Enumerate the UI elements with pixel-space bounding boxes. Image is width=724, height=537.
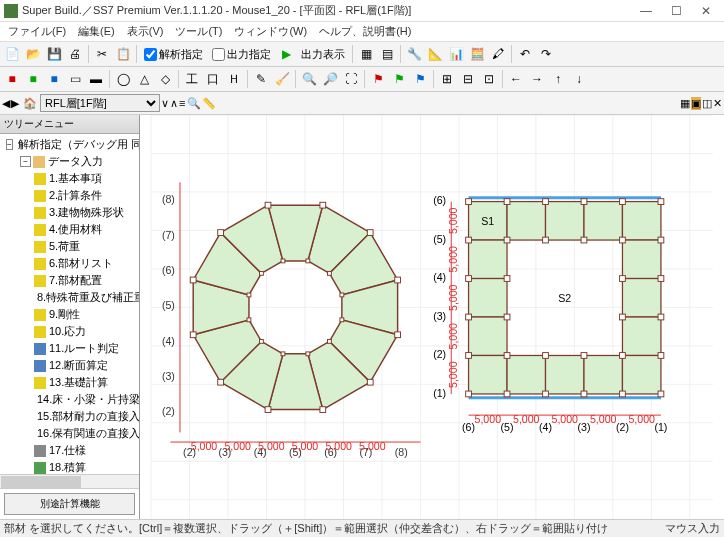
tree-item[interactable]: 5.荷重 bbox=[2, 238, 137, 255]
edit-erase-icon[interactable]: 🧹 bbox=[272, 69, 292, 89]
extra-calc-button[interactable]: 別途計算機能 bbox=[4, 493, 135, 515]
menu-window[interactable]: ウィンドウ(W) bbox=[228, 22, 313, 41]
tool-e-icon[interactable]: 🖍 bbox=[488, 44, 508, 64]
section-b-icon[interactable]: 口 bbox=[203, 69, 223, 89]
tree-item[interactable]: 16.保有関連の直接入力 bbox=[2, 425, 137, 442]
window-close-icon[interactable]: ✕ bbox=[713, 97, 722, 110]
undo-icon[interactable]: ↶ bbox=[515, 44, 535, 64]
new-icon[interactable]: 📄 bbox=[2, 44, 22, 64]
arrow-down-icon[interactable]: ↓ bbox=[569, 69, 589, 89]
menu-view[interactable]: 表示(V) bbox=[121, 22, 170, 41]
layer-icon[interactable]: ▤ bbox=[377, 44, 397, 64]
view-d-icon[interactable]: ▭ bbox=[65, 69, 85, 89]
print-icon[interactable]: 🖨 bbox=[65, 44, 85, 64]
analysis-spec-toggle[interactable]: 解析指定 bbox=[140, 47, 207, 62]
sidebar-scroll-h[interactable] bbox=[0, 474, 139, 488]
view-c-icon[interactable]: ■ bbox=[44, 69, 64, 89]
view-a-icon[interactable]: ■ bbox=[2, 69, 22, 89]
grid-icon[interactable]: ▦ bbox=[356, 44, 376, 64]
filter-a-icon[interactable]: ∨ bbox=[161, 97, 169, 110]
tool-a-icon[interactable]: 🔧 bbox=[404, 44, 424, 64]
tree-item[interactable]: 7.部材配置 bbox=[2, 272, 137, 289]
window-split-icon[interactable]: ◫ bbox=[702, 97, 712, 110]
zoom-out-icon[interactable]: 🔎 bbox=[320, 69, 340, 89]
tool-b-icon[interactable]: 📐 bbox=[425, 44, 445, 64]
tree-item[interactable]: 9.剛性 bbox=[2, 306, 137, 323]
floor-dropdown[interactable]: 🏠 RFL層[1F階] bbox=[20, 94, 160, 112]
floor-select[interactable]: RFL層[1F階] bbox=[40, 94, 160, 112]
window-tile-icon[interactable]: ▦ bbox=[680, 97, 690, 110]
section-a-icon[interactable]: 工 bbox=[182, 69, 202, 89]
filter-b-icon[interactable]: ∧ bbox=[170, 97, 178, 110]
arrow-left-icon[interactable]: ← bbox=[506, 69, 526, 89]
shape-b-icon[interactable]: △ bbox=[134, 69, 154, 89]
output-spec-toggle[interactable]: 出力指定 bbox=[208, 47, 275, 62]
view-b-icon[interactable]: ■ bbox=[23, 69, 43, 89]
copy-icon[interactable]: 📋 bbox=[113, 44, 133, 64]
output-show-toggle[interactable]: 出力表示 bbox=[297, 47, 349, 62]
misc-b-icon[interactable]: ⊟ bbox=[458, 69, 478, 89]
shape-c-icon[interactable]: ◇ bbox=[155, 69, 175, 89]
cut-icon[interactable]: ✂ bbox=[92, 44, 112, 64]
tree-item[interactable]: 8.特殊荷重及び補正重量 bbox=[2, 289, 137, 306]
view-e-icon[interactable]: ▬ bbox=[86, 69, 106, 89]
menu-edit[interactable]: 編集(E) bbox=[72, 22, 121, 41]
play-icon[interactable]: ▶ bbox=[276, 44, 296, 64]
tree-group-data[interactable]: −データ入力 bbox=[2, 153, 137, 170]
bullet-icon bbox=[34, 360, 46, 372]
drawing-canvas[interactable]: (2)(3)(4)(5)(6)(7)(8)(2)(3)(4)(5)(6)(7)(… bbox=[140, 115, 724, 519]
svg-text:(2): (2) bbox=[162, 405, 175, 417]
open-icon[interactable]: 📂 bbox=[23, 44, 43, 64]
tree-item[interactable]: 13.基礎計算 bbox=[2, 374, 137, 391]
tree-item[interactable]: 17.仕様 bbox=[2, 442, 137, 459]
tree-item[interactable]: 11.ルート判定 bbox=[2, 340, 137, 357]
misc-a-icon[interactable]: ⊞ bbox=[437, 69, 457, 89]
minimize-button[interactable]: — bbox=[632, 2, 660, 20]
tree-view[interactable]: −解析指定（デバッグ用 同一プロセ −データ入力 1.基本事項2.計算条件3.建… bbox=[0, 134, 139, 474]
tree-item[interactable]: 15.部材耐力の直接入力 bbox=[2, 408, 137, 425]
redo-icon[interactable]: ↷ bbox=[536, 44, 556, 64]
svg-rect-94 bbox=[622, 240, 660, 278]
flag-green-icon[interactable]: ⚑ bbox=[389, 69, 409, 89]
tree-item[interactable]: 3.建物物殊形状 bbox=[2, 204, 137, 221]
save-icon[interactable]: 💾 bbox=[44, 44, 64, 64]
tree-item[interactable]: 1.基本事項 bbox=[2, 170, 137, 187]
shape-a-icon[interactable]: ◯ bbox=[113, 69, 133, 89]
menu-file[interactable]: ファイル(F) bbox=[2, 22, 72, 41]
edit-pen-icon[interactable]: ✎ bbox=[251, 69, 271, 89]
tool-c-icon[interactable]: 📊 bbox=[446, 44, 466, 64]
menu-help[interactable]: ヘルプ、説明書(H) bbox=[313, 22, 417, 41]
menubar: ファイル(F) 編集(E) 表示(V) ツール(T) ウィンドウ(W) ヘルプ、… bbox=[0, 22, 724, 42]
window-cascade-icon[interactable]: ▣ bbox=[691, 97, 701, 110]
tree-item[interactable]: 12.断面算定 bbox=[2, 357, 137, 374]
flag-blue-icon[interactable]: ⚑ bbox=[410, 69, 430, 89]
bullet-icon bbox=[34, 343, 46, 355]
back-icon[interactable]: ◀ bbox=[2, 97, 10, 110]
section-c-icon[interactable]: Ｈ bbox=[224, 69, 244, 89]
svg-text:5,000: 5,000 bbox=[447, 323, 459, 350]
ruler-icon[interactable]: 📏 bbox=[202, 97, 216, 110]
menu-tool[interactable]: ツール(T) bbox=[169, 22, 228, 41]
close-button[interactable]: ✕ bbox=[692, 2, 720, 20]
tree-item[interactable]: 18.積算 bbox=[2, 459, 137, 474]
tree-item[interactable]: 6.部材リスト bbox=[2, 255, 137, 272]
arrow-right-icon[interactable]: → bbox=[527, 69, 547, 89]
svg-rect-127 bbox=[658, 237, 664, 243]
tree-item[interactable]: 4.使用材料 bbox=[2, 221, 137, 238]
search-icon[interactable]: 🔍 bbox=[187, 97, 201, 110]
tree-root[interactable]: −解析指定（デバッグ用 同一プロセ bbox=[2, 136, 137, 153]
tree-item[interactable]: 14.床・小梁・片持梁 bbox=[2, 391, 137, 408]
tree-item[interactable]: 2.計算条件 bbox=[2, 187, 137, 204]
svg-text:5,000: 5,000 bbox=[447, 207, 459, 234]
flag-red-icon[interactable]: ⚑ bbox=[368, 69, 388, 89]
tool-d-icon[interactable]: 🧮 bbox=[467, 44, 487, 64]
svg-rect-118 bbox=[581, 353, 587, 359]
fit-icon[interactable]: ⛶ bbox=[341, 69, 361, 89]
tree-item[interactable]: 10.応力 bbox=[2, 323, 137, 340]
zoom-in-icon[interactable]: 🔍 bbox=[299, 69, 319, 89]
maximize-button[interactable]: ☐ bbox=[662, 2, 690, 20]
arrow-up-icon[interactable]: ↑ bbox=[548, 69, 568, 89]
filter-c-icon[interactable]: ≡ bbox=[179, 97, 185, 109]
fwd-icon[interactable]: ▶ bbox=[11, 97, 19, 110]
misc-c-icon[interactable]: ⊡ bbox=[479, 69, 499, 89]
